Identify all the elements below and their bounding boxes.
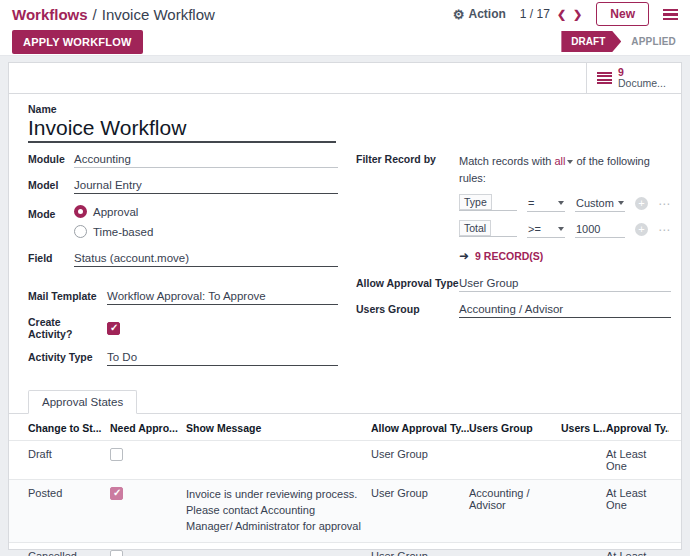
users-group-label: Users Group <box>356 303 459 315</box>
record-pager: 1 / 17 ❮ ❯ <box>520 7 582 21</box>
rule-operator-select[interactable]: >= <box>527 221 565 238</box>
col-header-users-list: Users L... <box>561 422 606 434</box>
mode-option-time-based[interactable]: Time-based <box>74 225 153 238</box>
model-input[interactable]: Journal Entry <box>74 179 338 194</box>
cell-change-to-state: Draft <box>28 441 110 479</box>
need-approval-checkbox[interactable] <box>110 550 123 556</box>
notebook-tabs: Approval States <box>9 390 681 414</box>
record-count-text: 9 RECORD(S) <box>475 250 543 262</box>
hamburger-menu-icon[interactable] <box>663 9 678 20</box>
cell-users-group <box>469 543 561 556</box>
cell-users-list <box>561 480 606 542</box>
domain-rule-row: Total >= 1000 + ⋯ <box>459 221 671 238</box>
gear-icon: ⚙ <box>453 7 465 22</box>
form-sheet: 9 Docume... Name Invoice Workflow Module… <box>8 62 682 550</box>
new-button[interactable]: New <box>596 2 649 26</box>
cell-users-list <box>561 441 606 479</box>
module-input[interactable]: Accounting <box>74 153 338 168</box>
button-box: 9 Docume... <box>9 63 681 94</box>
col-header-show-message: Show Message <box>186 422 371 434</box>
col-header-allow-approval-type: Allow Approval Ty... <box>371 422 469 434</box>
caret-down-icon <box>558 201 564 205</box>
rule-options-icon[interactable]: ⋯ <box>658 223 671 237</box>
filter-record-by-label: Filter Record by <box>356 153 459 263</box>
breadcrumb-separator: / <box>93 6 97 23</box>
match-all-dropdown[interactable]: all <box>554 155 573 167</box>
status-applied-badge[interactable]: APPLIED <box>631 36 678 47</box>
rule-options-icon[interactable]: ⋯ <box>658 197 671 211</box>
record-count-link[interactable]: ➜ 9 RECORD(S) <box>459 249 671 263</box>
cell-allow-approval-type: User Group <box>371 480 469 542</box>
statusbar: DRAFT APPLIED <box>561 31 678 52</box>
action-menu-label: Action <box>469 7 506 21</box>
mode-option-time-based-label: Time-based <box>93 226 153 238</box>
cell-users-list <box>561 543 606 556</box>
pager-counter: 1 / 17 <box>520 7 550 21</box>
need-approval-checkbox[interactable] <box>110 448 123 461</box>
caret-down-icon <box>558 227 564 231</box>
breadcrumb-workflows-link[interactable]: Workflows <box>12 6 88 23</box>
cell-users-group <box>469 441 561 479</box>
mail-template-input[interactable]: Workflow Approval: To Approve <box>107 290 338 305</box>
cell-allow-approval-type: User Group <box>371 543 469 556</box>
tab-approval-states[interactable]: Approval States <box>28 390 137 414</box>
cell-change-to-state: Cancelled <box>28 543 110 556</box>
need-approval-checkbox[interactable] <box>110 487 123 500</box>
col-header-users-group: Users Group <box>469 422 561 434</box>
add-rule-icon[interactable]: + <box>635 197 648 210</box>
top-navbar: Workflows / Invoice Workflow ⚙ Action 1 … <box>0 0 690 28</box>
apply-workflow-button[interactable]: APPLY WORKFLOW <box>12 30 143 54</box>
arrow-right-icon: ➜ <box>459 249 469 263</box>
activity-type-input[interactable]: To Do <box>107 351 338 366</box>
cell-change-to-state: Posted <box>28 480 110 542</box>
action-menu-button[interactable]: ⚙ Action <box>453 7 506 22</box>
documents-icon <box>597 72 612 85</box>
chevron-right-icon[interactable]: ❯ <box>573 8 582 21</box>
rule-operator-select[interactable]: = <box>527 195 565 212</box>
field-label: Field <box>28 252 74 264</box>
field-input[interactable]: Status (account.move) <box>74 252 338 267</box>
documents-smart-button[interactable]: 9 Docume... <box>586 63 681 93</box>
allow-approval-type-label: Allow Approval Type <box>356 277 459 289</box>
activity-type-label: Activity Type <box>28 351 107 363</box>
mode-option-approval-label: Approval <box>93 206 138 218</box>
create-activity-label: Create Activity? <box>28 316 107 340</box>
cell-show-message <box>186 441 371 479</box>
match-records-prefix: Match records with <box>459 155 551 167</box>
cell-allow-approval-type: User Group <box>371 441 469 479</box>
chevron-left-icon[interactable]: ❮ <box>557 8 566 21</box>
create-activity-checkbox[interactable] <box>107 322 120 335</box>
cell-users-group: Accounting / Advisor <box>469 480 561 542</box>
caret-down-icon <box>567 160 573 164</box>
table-row-draft[interactable]: Draft User Group At Least One <box>9 440 681 479</box>
table-row-cancelled[interactable]: Cancelled User Group At Least One <box>9 542 681 556</box>
model-label: Model <box>28 179 74 191</box>
mode-radio-group: Approval Time-based <box>74 205 153 238</box>
rule-value-select[interactable]: Custom <box>575 195 625 212</box>
table-row-posted[interactable]: Posted Invoice is under reviewing proces… <box>9 479 681 542</box>
name-field-label: Name <box>28 103 667 115</box>
domain-widget: Match records with all of the following … <box>459 153 671 263</box>
control-panel: APPLY WORKFLOW DRAFT APPLIED <box>0 28 690 56</box>
radio-time-based-icon <box>74 225 87 238</box>
name-input[interactable]: Invoice Workflow <box>28 116 336 143</box>
mail-template-label: Mail Template <box>28 290 107 302</box>
module-label: Module <box>28 153 74 165</box>
status-draft-badge[interactable]: DRAFT <box>561 31 621 52</box>
col-header-need-approval: Need Appro... <box>110 422 186 434</box>
rule-field-type[interactable]: Type <box>459 194 492 210</box>
mode-label: Mode <box>28 208 74 220</box>
rule-value-input[interactable]: 1000 <box>575 221 625 238</box>
cell-approval-type: At Least One <box>606 441 669 479</box>
users-group-input[interactable]: Accounting / Advisor <box>459 303 671 318</box>
allow-approval-type-input[interactable]: User Group <box>459 277 671 292</box>
col-header-approval-type: Approval Ty... <box>606 422 669 434</box>
add-rule-icon[interactable]: + <box>635 223 648 236</box>
cell-approval-type: At Least One <box>606 543 669 556</box>
cell-show-message: Invoice is under reviewing process. Plea… <box>186 480 371 542</box>
col-header-change-to-state: Change to St... <box>28 422 110 434</box>
cell-show-message <box>186 543 371 556</box>
caret-down-icon <box>618 201 624 205</box>
mode-option-approval[interactable]: Approval <box>74 205 153 218</box>
rule-field-total[interactable]: Total <box>459 220 491 236</box>
